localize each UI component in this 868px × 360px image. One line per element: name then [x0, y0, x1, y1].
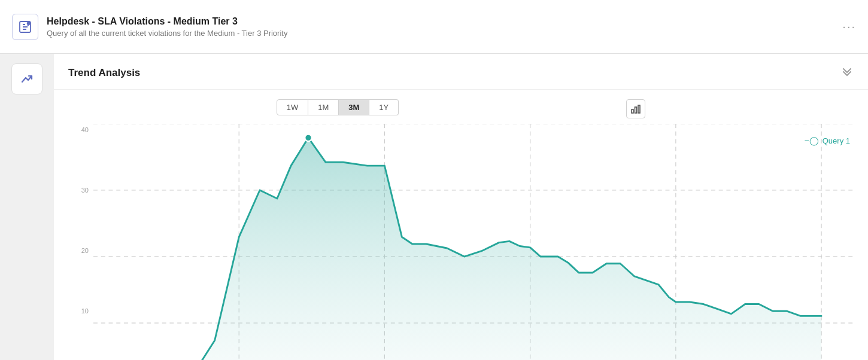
app-icon: ? — [12, 14, 38, 40]
svg-rect-4 — [635, 107, 637, 113]
y-label-20: 20 — [81, 247, 89, 254]
svg-text:?: ? — [28, 22, 29, 25]
page-title: Helpdesk - SLA Violations - Medium Tier … — [47, 16, 287, 27]
chart-area-fill — [93, 138, 821, 360]
trend-icon-button[interactable] — [11, 63, 43, 94]
svg-rect-3 — [632, 109, 633, 113]
chart-dot — [305, 135, 312, 142]
page-header: ? Helpdesk - SLA Violations - Medium Tie… — [0, 0, 868, 54]
time-btn-1m[interactable]: 1M — [308, 99, 339, 115]
sidebar — [0, 54, 54, 360]
page-subtitle: Query of all the current ticket violatio… — [47, 29, 287, 38]
time-btn-3m[interactable]: 3M — [339, 99, 369, 115]
chart-inner: 12/23 01/15 02/08 03/03 03/26 Now — [93, 124, 856, 360]
y-axis: 40 30 20 10 0 — [66, 124, 93, 360]
collapse-button[interactable] — [840, 65, 854, 81]
time-controls-wrapper: 1W 1M 3M 1Y — [66, 96, 856, 121]
panel-title: Trend Analysis — [68, 67, 140, 79]
time-btn-1y[interactable]: 1Y — [369, 99, 399, 115]
more-button[interactable]: ··· — [842, 20, 856, 33]
time-controls: 1W 1M 3M 1Y — [277, 99, 399, 115]
y-label-30: 30 — [81, 187, 89, 194]
chart-panel: Trend Analysis 1W 1M 3M 1Y — [54, 54, 868, 360]
chart-area: 1W 1M 3M 1Y −◯ Query 1 — [54, 90, 868, 360]
chart-svg — [93, 124, 856, 360]
header-left: ? Helpdesk - SLA Violations - Medium Tie… — [12, 14, 287, 40]
chart-type-button[interactable] — [626, 99, 645, 118]
svg-rect-5 — [638, 105, 640, 113]
main-content: Trend Analysis 1W 1M 3M 1Y — [0, 54, 868, 360]
time-btn-1w[interactable]: 1W — [277, 99, 309, 115]
header-text: Helpdesk - SLA Violations - Medium Tier … — [47, 16, 287, 38]
panel-header: Trend Analysis — [54, 54, 868, 90]
y-label-10: 10 — [81, 307, 89, 315]
y-label-40: 40 — [81, 126, 89, 133]
chart-container: 40 30 20 10 0 — [66, 124, 856, 360]
